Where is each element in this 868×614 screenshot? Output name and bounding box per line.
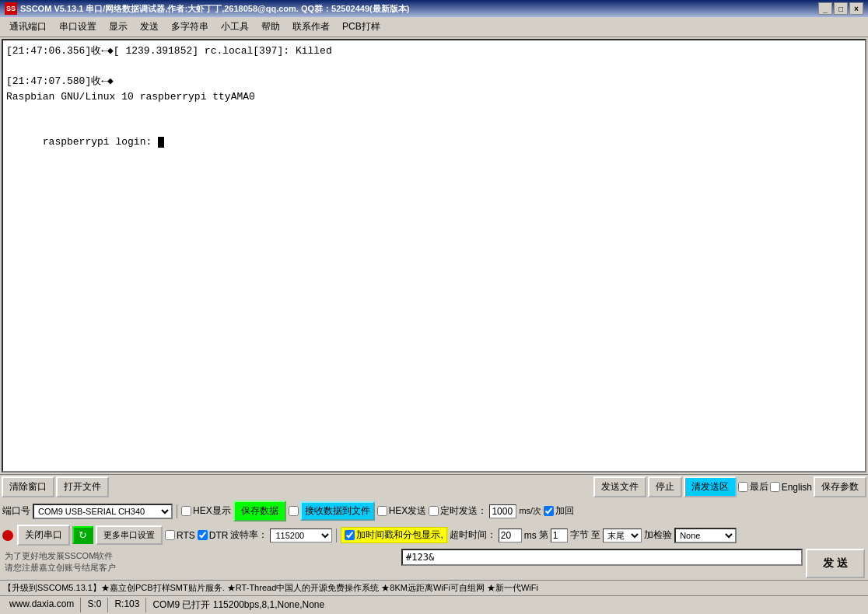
save-params-button[interactable]: 保存参数 <box>814 476 866 497</box>
timer-send-checkbox[interactable] <box>429 506 439 516</box>
refresh-button[interactable]: ↻ <box>72 526 93 544</box>
minimize-button[interactable]: _ <box>818 2 832 15</box>
timer-send-text: 定时发送： <box>440 504 487 518</box>
restore-button[interactable]: □ <box>834 2 848 15</box>
clear-send-area-button[interactable]: 清发送区 <box>684 476 737 497</box>
hex-display-text: HEX显示 <box>193 504 231 518</box>
send-button[interactable]: 发 送 <box>806 549 865 578</box>
timeout-value-input[interactable] <box>499 529 522 542</box>
menu-display[interactable]: 显示 <box>103 19 134 35</box>
timestamp-label[interactable]: 加时间戳和分包显示, <box>341 527 446 543</box>
terminal-line-3: [21:47:07.580]收←◆ <box>6 74 862 89</box>
dtr-checkbox[interactable] <box>198 530 208 540</box>
port-select[interactable]: COM9 USB-SERIAL CH340 <box>33 504 173 519</box>
dtr-label[interactable]: DTR <box>198 530 229 541</box>
receive-file-text: 接收数据到文件 <box>300 501 375 521</box>
hex-send-checkbox[interactable] <box>377 506 387 516</box>
menu-tools[interactable]: 小工具 <box>215 19 255 35</box>
checksum-select[interactable]: None CRC16 XOR <box>674 528 737 543</box>
status-website: www.daxia.com <box>3 598 81 612</box>
menu-contact[interactable]: 联系作者 <box>286 19 336 35</box>
save-data-button[interactable]: 保存数据 <box>233 501 286 522</box>
menu-send[interactable]: 发送 <box>134 19 165 35</box>
close-port-button[interactable]: 关闭串口 <box>17 525 70 546</box>
terminal-line-6: raspberrypi login: <box>6 120 862 166</box>
port-row-combined1: 端口号 COM9 USB-SERIAL CH340 HEX显示 保存数据 接收数… <box>0 499 868 523</box>
clear-window-button[interactable]: 清除窗口 <box>2 476 54 497</box>
status-port-info: COM9 已打开 115200bps,8,1,None,None <box>146 598 865 612</box>
baud-label: 波特率： <box>230 529 268 542</box>
app-icon: SS <box>5 2 17 15</box>
divider2 <box>336 529 337 542</box>
timeout-label: 超时时间： <box>450 529 496 542</box>
terminal-line-2 <box>6 59 862 75</box>
baud-select[interactable]: 115200 9600 38400 57600 <box>270 529 332 542</box>
bottom-controls: 清除窗口 打开文件 发送文件 停止 清发送区 最后 English 保存参数 端… <box>0 474 868 580</box>
check-label: 加检验 <box>644 529 672 542</box>
receive-file-checkbox[interactable] <box>289 506 299 516</box>
terminal-line-4: Raspbian GNU/Linux 10 raspberrypi ttyAMA… <box>6 89 862 105</box>
ticker-bar: 【升级到SSCOM5.13.1】★嘉立创PCB打样SMT贴片服务. ★RT-Th… <box>0 580 868 595</box>
send-input[interactable] <box>401 549 803 566</box>
menu-pcb[interactable]: PCB打样 <box>336 19 387 35</box>
port-row-combined2: 关闭串口 ↻ 更多串口设置 RTS DTR 波特率： 115200 9600 3… <box>0 523 868 547</box>
english-label: English <box>782 482 812 493</box>
rts-label[interactable]: RTS <box>165 530 195 541</box>
timestamp-checkbox[interactable] <box>345 530 355 540</box>
title-bar: SS SSCOM V5.13.1 串口/网络数据调试器,作者:大虾丁丁,2618… <box>0 0 868 17</box>
rts-text: RTS <box>177 530 195 541</box>
menu-comm-port[interactable]: 通讯端口 <box>3 19 53 35</box>
byte-value-input[interactable] <box>551 529 568 542</box>
menu-bar: 通讯端口 串口设置 显示 发送 多字符串 小工具 帮助 联系作者 PCB打样 <box>0 17 868 37</box>
timer-value-input[interactable] <box>489 504 516 518</box>
port-label: 端口号 <box>2 504 30 518</box>
status-bar: www.daxia.com S:0 R:103 COM9 已打开 115200b… <box>0 595 868 614</box>
title-text: SSCOM V5.13.1 串口/网络数据调试器,作者:大虾丁丁,2618058… <box>20 3 409 15</box>
hex-display-label[interactable]: HEX显示 <box>181 504 231 518</box>
title-bar-controls: _ □ × <box>818 2 863 15</box>
terminal-cursor <box>158 137 164 148</box>
end-select[interactable]: 末尾 <box>603 529 642 542</box>
last-checkbox-label[interactable]: 最后 <box>738 480 768 494</box>
last-label: 最后 <box>750 480 768 494</box>
menu-port-settings[interactable]: 串口设置 <box>53 19 103 35</box>
hex-display-checkbox[interactable] <box>181 506 191 516</box>
terminal-line-5 <box>6 104 862 120</box>
timer-send-label[interactable]: 定时发送： <box>429 504 487 518</box>
send-file-button[interactable]: 发送文件 <box>593 476 646 497</box>
last-checkbox[interactable] <box>738 482 748 492</box>
byte-label-pre: 第 <box>539 529 548 542</box>
timer-unit: ms/次 <box>519 505 541 517</box>
menu-help[interactable]: 帮助 <box>255 19 286 35</box>
add-line-label[interactable]: 加回 <box>544 504 574 518</box>
hex-send-text: HEX发送 <box>389 504 427 518</box>
ticker-text: 【升级到SSCOM5.13.1】★嘉立创PCB打样SMT贴片服务. ★RT-Th… <box>3 582 538 594</box>
stop-button[interactable]: 停止 <box>648 476 682 497</box>
send-row: 为了更好地发展SSCOM软件请您注册嘉立创账号结尾客户 发 送 <box>0 547 868 580</box>
promo-text: 为了更好地发展SSCOM软件请您注册嘉立创账号结尾客户 <box>3 549 398 578</box>
rts-checkbox[interactable] <box>165 530 175 540</box>
hex-send-label[interactable]: HEX发送 <box>377 504 427 518</box>
add-line-checkbox[interactable] <box>544 506 554 516</box>
byte-unit: 字节 至 <box>570 529 600 542</box>
close-button[interactable]: × <box>849 2 863 15</box>
ctrl-row1: 清除窗口 打开文件 发送文件 停止 清发送区 最后 English 保存参数 <box>0 474 868 499</box>
terminal-area[interactable]: [21:47:06.356]收←◆[ 1239.391852] rc.local… <box>2 39 866 473</box>
divider1 <box>177 504 177 518</box>
timeout-unit: ms <box>524 530 537 541</box>
more-settings-button[interactable]: 更多串口设置 <box>96 525 163 545</box>
add-line-text: 加回 <box>555 504 574 518</box>
title-bar-left: SS SSCOM V5.13.1 串口/网络数据调试器,作者:大虾丁丁,2618… <box>5 2 409 15</box>
red-indicator <box>2 530 13 541</box>
dtr-text: DTR <box>209 530 229 541</box>
english-checkbox-label[interactable]: English <box>770 482 812 493</box>
receive-file-label[interactable]: 接收数据到文件 <box>289 501 375 521</box>
english-checkbox[interactable] <box>770 482 780 492</box>
menu-multi-string[interactable]: 多字符串 <box>165 19 215 35</box>
open-file-button[interactable]: 打开文件 <box>56 476 109 497</box>
status-sent: S:0 <box>81 598 108 612</box>
terminal-line-1: [21:47:06.356]收←◆[ 1239.391852] rc.local… <box>6 44 862 59</box>
timestamp-text: 加时间戳和分包显示, <box>356 529 443 542</box>
main-content: [21:47:06.356]收←◆[ 1239.391852] rc.local… <box>0 37 868 614</box>
status-received: R:103 <box>108 598 146 612</box>
